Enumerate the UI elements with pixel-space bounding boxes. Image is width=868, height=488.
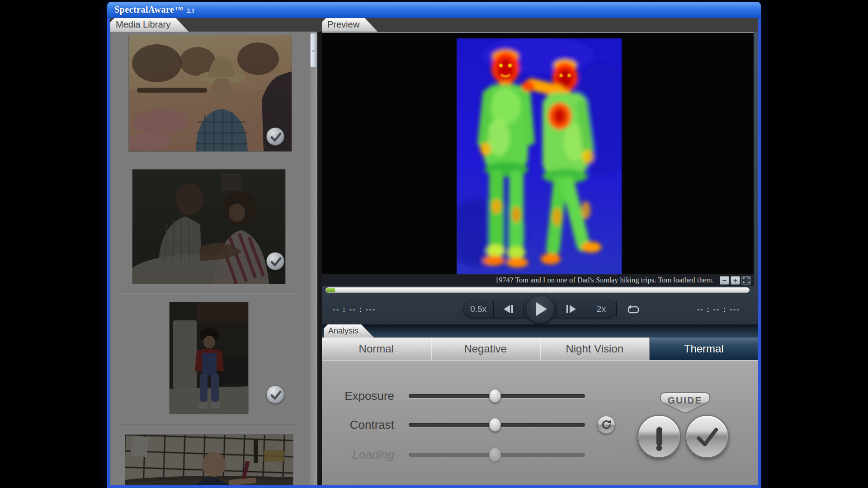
media-thumbnail-toddler-photo[interactable] [125, 435, 293, 485]
timecode-elapsed: -- : -- : --- [333, 305, 376, 314]
zoom-in-button[interactable]: + [731, 276, 740, 285]
contrast-label: Contrast [322, 418, 394, 432]
app-title: SpectralAware™ [114, 5, 184, 15]
mode-tab-thermal[interactable]: Thermal [650, 338, 759, 360]
tab-analysis[interactable]: Analysis [324, 324, 374, 338]
confirm-button[interactable] [685, 415, 729, 458]
speed-half-label: 0.5x [470, 304, 486, 314]
loading-slider-track [409, 453, 585, 457]
mode-tab-label: Night Vision [566, 343, 623, 355]
loop-icon [627, 305, 640, 315]
loading-slider-thumb [489, 448, 501, 462]
speed-double-button[interactable]: 2x [586, 300, 616, 318]
preview-panel: Preview [322, 18, 758, 485]
analysis-mode-tabs: Normal Negative Night Vision Thermal [322, 338, 758, 361]
exclamation-dot [656, 445, 662, 451]
check-icon [267, 386, 285, 404]
contrast-slider-track[interactable] [409, 423, 585, 427]
step-back-bar [511, 305, 513, 313]
guide-label-svg: GUIDE [668, 395, 703, 405]
guide-badge-shape: GUIDE [655, 391, 715, 415]
step-back-icon [504, 305, 510, 313]
caption-bar: 1974? Tom and I on one of Dad's Sunday h… [322, 274, 754, 286]
mode-tab-normal[interactable]: Normal [322, 338, 431, 360]
plus-icon: + [733, 277, 737, 284]
screen: SpectralAware™ 2.1 Media Library [0, 0, 868, 488]
speed-double-label: 2x [597, 304, 606, 314]
selected-check-badge[interactable] [266, 252, 284, 270]
exposure-slider-thumb[interactable] [489, 389, 501, 403]
alert-button[interactable] [637, 415, 681, 458]
media-row [110, 425, 310, 485]
media-row [110, 160, 310, 294]
tab-media-library[interactable]: Media Library [110, 18, 189, 32]
loading-label: Loading [322, 448, 394, 462]
check-icon [267, 128, 285, 146]
zoom-out-button[interactable]: − [720, 276, 729, 285]
reset-button[interactable] [597, 416, 615, 434]
mode-tab-label: Thermal [684, 343, 724, 355]
thumbnail-dim-overlay [170, 302, 248, 414]
step-back-button[interactable] [494, 300, 524, 318]
window-content: Media Library [110, 18, 758, 485]
scrub-loaded-segment [326, 288, 335, 292]
media-thumbnail-couple-photo[interactable] [132, 169, 285, 284]
selected-check-badge[interactable] [266, 385, 284, 404]
check-icon [691, 423, 723, 450]
media-thumbnail-kitchen-boy-photo[interactable] [170, 302, 248, 414]
contrast-slider-row: Contrast [322, 416, 585, 434]
playback-pill: 0.5x 2x [463, 300, 617, 318]
fullscreen-icon [743, 277, 750, 283]
exclamation-icon [656, 427, 662, 446]
reset-icon [601, 419, 612, 430]
contrast-slider-thumb[interactable] [489, 418, 501, 432]
loop-button[interactable] [625, 304, 642, 316]
preview-body: 1974? Tom and I on one of Dad's Sunday h… [322, 32, 758, 485]
mode-tab-night-vision[interactable]: Night Vision [540, 338, 650, 360]
preview-viewport: 1974? Tom and I on one of Dad's Sunday h… [322, 33, 754, 286]
media-row [110, 294, 310, 425]
tab-preview[interactable]: Preview [322, 18, 377, 32]
media-row [110, 32, 310, 160]
titlebar[interactable]: SpectralAware™ 2.1 [107, 2, 761, 18]
media-library-list [110, 32, 317, 485]
thermal-image-two-children [457, 38, 622, 275]
check-icon [267, 253, 285, 271]
exposure-label: Exposure [322, 389, 394, 403]
thumbnail-dim-overlay [125, 435, 293, 485]
fullscreen-button[interactable] [741, 276, 751, 285]
speed-half-button[interactable]: 0.5x [464, 300, 494, 318]
tab-analysis-label: Analysis [328, 326, 359, 335]
loading-slider-row: Loading [322, 446, 585, 464]
media-scrollbar-track[interactable] [310, 32, 317, 485]
guide-button[interactable]: GUIDE [655, 391, 715, 415]
mode-tab-label: Negative [464, 343, 507, 355]
step-forward-button[interactable] [557, 300, 586, 318]
timecode-remaining: -- : -- : --- [697, 305, 740, 314]
app-window: SpectralAware™ 2.1 Media Library [107, 2, 761, 488]
analysis-body: Exposure Contrast Loading [322, 361, 758, 485]
selected-check-badge[interactable] [266, 127, 284, 145]
play-button[interactable] [526, 295, 555, 324]
scrub-bar[interactable] [326, 287, 750, 293]
mode-tab-negative[interactable]: Negative [431, 338, 541, 360]
photo-caption: 1974? Tom and I on one of Dad's Sunday h… [495, 276, 718, 284]
thumbnail-dim-overlay [132, 169, 285, 284]
step-forward-bar [566, 305, 568, 313]
play-icon [536, 302, 547, 316]
app-version: 2.1 [187, 8, 195, 15]
exposure-slider-track[interactable] [409, 394, 585, 398]
minus-icon: − [722, 277, 726, 284]
media-library-panel: Media Library [110, 18, 317, 485]
exposure-slider-row: Exposure [322, 387, 585, 405]
media-scrollbar-thumb[interactable] [310, 33, 317, 67]
transport-controls: -- : -- : --- 0.5x [322, 293, 758, 324]
mode-tab-label: Normal [359, 343, 394, 355]
step-forward-icon [570, 305, 576, 313]
analysis-strip: Analysis [322, 324, 758, 338]
tab-preview-label: Preview [327, 19, 359, 29]
tab-media-library-label: Media Library [116, 19, 170, 29]
